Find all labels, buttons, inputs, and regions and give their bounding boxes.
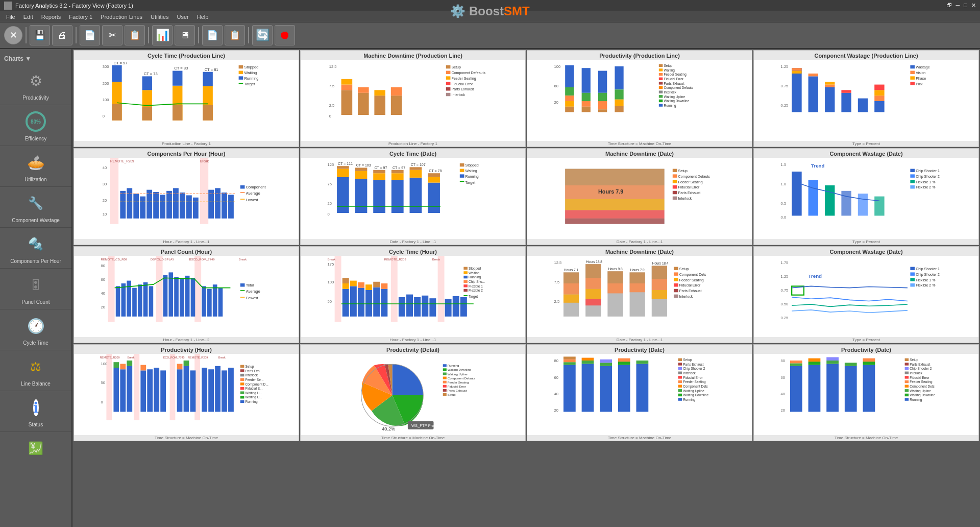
svg-rect-176 — [428, 177, 440, 183]
chart-component-wastage-date-r1[interactable]: Component Wastage (Date) 1.5 1.0 0.5 0.0 — [753, 148, 979, 245]
svg-text:Parts Exhaust: Parts Exhaust — [683, 363, 703, 366]
chart-cycle-time-hour[interactable]: Cycle Time (Hour) Break REMOTE_R209 Brea… — [300, 246, 526, 343]
svg-rect-39 — [391, 95, 402, 115]
svg-rect-276 — [365, 290, 372, 317]
chart-cycle-time-prod-line[interactable]: Cycle Time (Production Line) 300 200 100… — [74, 50, 299, 147]
menu-help[interactable]: Help — [193, 13, 213, 21]
sidebar-item-utilization[interactable]: 🥧 Utilization — [0, 146, 71, 187]
panel-count-label: Panel Count — [21, 299, 50, 305]
svg-rect-372 — [113, 362, 119, 368]
window-restore[interactable]: 🗗 — [946, 2, 952, 9]
svg-rect-400 — [240, 382, 244, 385]
svg-rect-299 — [463, 284, 468, 287]
menu-factory1[interactable]: Factory 1 — [65, 13, 96, 21]
menu-file[interactable]: File — [2, 13, 19, 21]
chart-productivity-date-c2[interactable]: Productivity (Date) 80 60 40 20 — [527, 344, 752, 441]
copy-button[interactable]: 📄 — [202, 25, 223, 45]
chart-footer: Date - Factory 1 - Line...1 — [527, 239, 752, 245]
chart-productivity-hour[interactable]: Productivity (Hour) REMOTE_R209 Break EC… — [74, 344, 299, 441]
paste2-button[interactable]: 📋 — [225, 25, 245, 45]
print-button[interactable]: 🖨 — [52, 25, 72, 45]
toolbar-separator2 — [76, 27, 77, 43]
chart-panel-count-hour[interactable]: Panel Count (Hour) REMOTE_CD_R09 DSF05_D… — [74, 246, 299, 343]
chart-footer: Production Line - Factory 1 — [74, 141, 299, 147]
svg-rect-394 — [240, 369, 244, 372]
svg-text:CT = 111: CT = 111 — [338, 162, 353, 165]
toolbar-separator — [26, 27, 27, 43]
sidebar-item-component-wastage[interactable]: 🔧 Component Wastage — [0, 187, 71, 228]
svg-text:Lowest: Lowest — [246, 198, 259, 202]
svg-rect-338 — [674, 283, 678, 286]
window-close[interactable]: ✕ — [971, 2, 976, 9]
monitor-button[interactable]: 🖥 — [175, 25, 195, 45]
chart-productivity-date-c3[interactable]: Productivity (Date) 80 60 40 20 — [753, 344, 979, 441]
svg-rect-476 — [808, 365, 821, 412]
sidebar-item-cycle-time[interactable]: 🕐 Cycle Time — [0, 309, 71, 350]
svg-rect-240 — [132, 288, 137, 317]
svg-text:Fiducial Error: Fiducial Error — [452, 82, 473, 86]
menu-production-lines[interactable]: Production Lines — [96, 13, 146, 21]
svg-text:Hours 9.8: Hours 9.8 — [608, 267, 622, 271]
svg-rect-226 — [108, 256, 115, 322]
svg-rect-336 — [674, 278, 678, 281]
svg-rect-291 — [463, 267, 468, 270]
chart-component-wastage-date-r2[interactable]: Component Wastage (Date) 1.75 1.25 0.75 … — [753, 246, 979, 343]
svg-rect-248 — [185, 276, 190, 317]
sidebar-item-efficiency[interactable]: 80% Efficiency — [0, 105, 71, 146]
new-button[interactable]: 📄 — [80, 25, 100, 45]
svg-rect-81 — [659, 82, 663, 84]
svg-rect-453 — [678, 367, 682, 370]
save-button[interactable]: 💾 — [30, 25, 50, 45]
cut-button[interactable]: ✂ — [102, 25, 122, 45]
svg-text:CT = 103: CT = 103 — [356, 163, 371, 167]
svg-rect-475 — [790, 361, 802, 363]
productivity-label: Productivity — [22, 95, 49, 101]
svg-rect-325 — [630, 283, 645, 292]
sidebar-charts-header[interactable]: Charts ▼ — [0, 53, 71, 64]
chart-body: 300 200 100 0 CT = 97 CT = 73 — [74, 60, 299, 142]
svg-text:75: 75 — [328, 182, 332, 186]
sidebar-item-status[interactable]: ℹ Status — [0, 391, 71, 432]
chart-machine-downtime-date-r1[interactable]: Machine Downtime (Date) Hours 7.9 Setup — [527, 148, 752, 245]
svg-rect-47 — [446, 82, 451, 85]
chart-machine-downtime-prod-line[interactable]: Machine Downtime (Production Line) 12.5 … — [300, 50, 526, 147]
sidebar-item-line-balance[interactable]: ⚖ Line Balance — [0, 350, 71, 391]
menu-user[interactable]: User — [173, 13, 193, 21]
menu-reports[interactable]: Reports — [37, 13, 65, 21]
chart-machine-downtime-date-r2[interactable]: Machine Downtime (Date) 12.5 7.5 2.5 Hou… — [527, 246, 752, 343]
svg-text:Setup: Setup — [246, 365, 254, 369]
svg-rect-495 — [905, 376, 909, 378]
chart-body: Hours 7.9 Setup Component Defauts Feeder… — [527, 158, 752, 241]
window-minimize[interactable]: ─ — [956, 2, 960, 9]
menu-utilities[interactable]: Utilities — [146, 13, 173, 21]
chart-svg: REMOTE_R209 Break ECD_ROM_7745 REMOTE_R2… — [74, 354, 299, 437]
svg-rect-280 — [381, 289, 387, 317]
sidebar-item-extra[interactable]: 💹 — [0, 432, 71, 467]
refresh-button[interactable]: 🔄 — [252, 25, 273, 45]
svg-rect-426 — [443, 389, 447, 392]
svg-text:2.5: 2.5 — [554, 299, 560, 304]
window-maximize[interactable]: □ — [964, 2, 967, 9]
record-button[interactable]: ⏺ — [275, 25, 295, 45]
svg-rect-58 — [565, 95, 574, 101]
svg-rect-98 — [792, 71, 801, 74]
sidebar-item-productivity[interactable]: ⚙ Productivity — [0, 64, 71, 105]
sidebar-item-panel-count[interactable]: 🎛 Panel Count — [0, 269, 71, 309]
menu-edit[interactable]: Edit — [19, 13, 37, 21]
svg-text:Waiting: Waiting — [465, 169, 477, 173]
svg-rect-448 — [636, 361, 649, 364]
chart-component-wastage-prod-line[interactable]: Component Wastage (Production Line) 1.25… — [753, 50, 979, 147]
svg-rect-145 — [240, 185, 245, 188]
chart-cycle-time-date[interactable]: Cycle Time (Date) 125 75 25 0 CT = 111 — [300, 148, 526, 245]
svg-rect-332 — [674, 267, 678, 270]
paste-button[interactable]: 📋 — [125, 25, 145, 45]
chart-productivity-prod-line[interactable]: Productivity (Production Line) 100 60 20 — [527, 50, 752, 147]
chart-title: Components Per Hour (Hour) — [74, 149, 299, 158]
panel-count-icon: 🎛 — [23, 273, 48, 297]
chart-button[interactable]: 📊 — [152, 25, 173, 45]
chart-components-per-hour[interactable]: Components Per Hour (Hour) REMOTE_R209 B… — [74, 148, 299, 245]
sidebar-item-components-per-hour[interactable]: 🔩 Components Per Hour — [0, 228, 71, 269]
chart-productivity-detail[interactable]: Productivity (Detail) — [300, 344, 526, 441]
close-button[interactable]: ✕ — [4, 26, 22, 44]
svg-rect-451 — [678, 363, 682, 365]
